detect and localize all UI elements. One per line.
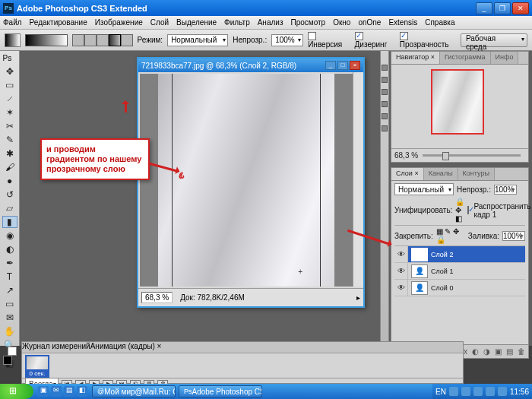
dock-icon[interactable] [382,65,388,71]
menu-help[interactable]: Справка [425,18,454,27]
nav-zoom-field[interactable]: 68,3 % [394,151,418,160]
path-tool[interactable]: ↗ [2,284,17,296]
document-titlebar[interactable]: 7219833bca77.jpg @ 68,3% (Слой 2, RGB/8)… [138,59,363,72]
transparency-checkbox[interactable] [400,32,408,40]
tray-icon[interactable] [461,387,470,396]
menu-edit[interactable]: Редактирование [30,18,87,27]
nav-zoom-slider[interactable] [423,154,521,157]
menu-view[interactable]: Просмотр [290,18,325,27]
tab-histogram[interactable]: Гистограмма [440,52,491,64]
gradient-preview[interactable] [25,34,67,46]
blend-mode-select[interactable]: Нормальный [167,34,228,46]
shape-tool[interactable]: ▭ [2,298,17,310]
menu-file[interactable]: Файл [3,18,22,27]
menu-filter[interactable]: Фильтр [224,18,250,27]
stamp-tool[interactable]: ● [2,175,17,187]
tray-icon[interactable] [449,387,458,396]
dodge-tool[interactable]: ◐ [2,243,17,255]
tray-icon[interactable] [473,387,483,396]
menu-image[interactable]: Изображение [95,18,143,27]
pen-tool[interactable]: ✒ [2,257,17,269]
dock-icon[interactable] [382,77,388,83]
menu-analysis[interactable]: Анализ [258,18,283,27]
wand-tool[interactable]: ✶ [2,106,17,119]
close-button[interactable]: ✕ [512,2,529,14]
layer-row[interactable]: 👁 👤 Слой 1 [394,263,525,280]
layer-blend-select[interactable]: Нормальный [394,183,454,195]
fill-input[interactable]: 100% [502,231,525,241]
radial-gradient-button[interactable] [84,34,97,46]
tray-icon[interactable] [498,387,507,396]
ql-icon[interactable]: ✉ [51,386,62,397]
tab-layers[interactable]: Слои × [391,168,424,180]
type-tool[interactable]: T [2,271,17,283]
language-indicator[interactable]: EN [435,388,446,396]
tab-measurements[interactable]: Журнал измерений [22,342,90,353]
dither-checkbox[interactable] [355,32,363,40]
doc-minimize-button[interactable]: _ [325,61,336,70]
clock[interactable]: 11:56 [510,388,529,396]
taskbar-item[interactable]: @ Мой мир@Mail.Ru: С... [92,385,176,397]
eyedropper-tool[interactable]: ✎ [2,134,17,146]
menu-extensis[interactable]: Extensis [388,18,417,27]
group-button[interactable]: ▣ [495,347,502,356]
hand-tool[interactable]: ✋ [2,325,17,337]
doc-maximize-button[interactable]: □ [337,61,348,70]
visibility-toggle[interactable]: 👁 [394,246,408,262]
workspace-button[interactable]: Рабочая среда [461,33,527,47]
crop-tool[interactable]: ✂ [2,120,17,132]
visibility-toggle[interactable]: 👁 [394,263,408,279]
ql-icon[interactable]: ▣ [38,386,49,397]
tab-channels[interactable]: Каналы [424,168,458,180]
linear-gradient-button[interactable] [72,34,84,46]
notes-tool[interactable]: ✉ [2,312,17,324]
maximize-button[interactable]: ❐ [494,2,511,14]
ql-icon[interactable]: ▤ [64,386,74,397]
tab-paths[interactable]: Контуры [458,168,495,180]
brush-tool[interactable]: 🖌 [2,161,17,173]
layer-row[interactable]: 👁 Слой 2 [394,246,525,263]
angle-gradient-button[interactable] [97,34,109,46]
marquee-tool[interactable]: ▭ [2,79,17,91]
navigator-thumbnail[interactable] [431,69,484,135]
diamond-gradient-button[interactable] [121,34,133,46]
dock-icon[interactable] [382,125,388,131]
visibility-toggle[interactable]: 👁 [394,280,408,296]
reverse-checkbox[interactable] [308,32,316,40]
dock-icon[interactable] [382,101,388,107]
tab-info[interactable]: Инфо [491,52,519,64]
ql-icon[interactable]: ◧ [77,386,87,397]
tab-navigator[interactable]: Навигатор × [391,52,440,64]
layer-opacity-input[interactable]: 100% [494,185,517,195]
heal-tool[interactable]: ✱ [2,147,17,160]
eraser-tool[interactable]: ▱ [2,202,17,214]
taskbar-item[interactable]: Ps Adobe Photoshop CS... [179,385,262,397]
menu-select[interactable]: Выделение [176,18,217,27]
menu-onone[interactable]: onOne [358,18,381,27]
dock-icon[interactable] [382,113,388,119]
reflected-gradient-button[interactable] [109,34,121,46]
menu-window[interactable]: Окно [333,18,350,27]
minimize-button[interactable]: _ [476,2,492,14]
doc-close-button[interactable]: × [350,61,360,70]
blur-tool[interactable]: ◉ [2,230,17,242]
history-brush-tool[interactable]: ↺ [2,188,17,201]
delete-layer-button[interactable]: 🗑 [518,347,525,356]
layer-row[interactable]: 👁 👤 Слой 0 [394,280,525,296]
tab-animation[interactable]: Анимация (кадры) × [90,342,162,353]
gradient-tool[interactable]: ▮ [2,216,17,228]
move-tool[interactable]: ✥ [2,65,17,78]
zoom-field[interactable]: 68,3 % [141,292,173,303]
new-layer-button[interactable]: ▤ [506,347,513,356]
start-button[interactable] [0,384,33,399]
layer-mask-button[interactable]: ◐ [472,347,479,356]
vertical-scrollbar[interactable] [353,72,363,287]
dock-icon[interactable] [382,89,388,95]
propagate-checkbox[interactable] [467,206,469,214]
tray-icon[interactable] [486,387,495,396]
menu-layer[interactable]: Слой [150,18,169,27]
opacity-input[interactable]: 100% [271,34,303,46]
adjustment-layer-button[interactable]: ◑ [483,347,490,356]
animation-frame[interactable]: 0 сек. [25,355,49,378]
document-canvas[interactable]: + [140,74,353,287]
